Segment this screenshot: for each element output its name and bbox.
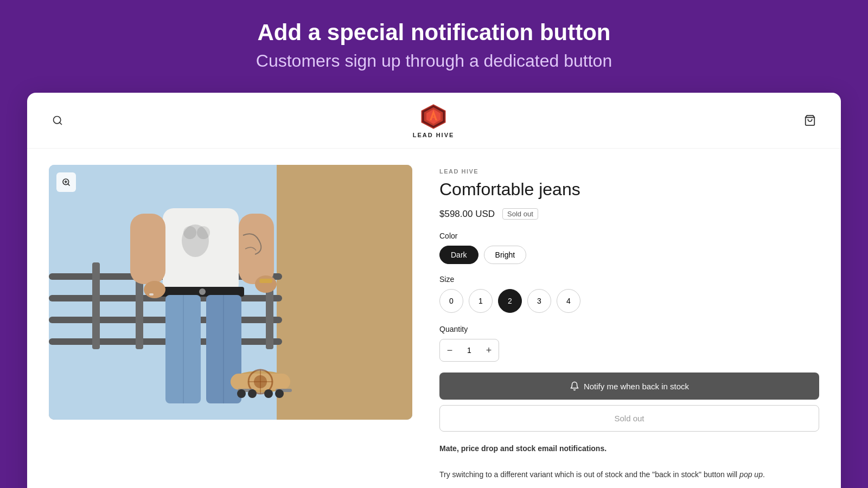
product-description: Mate, price drop and stock email notific… — [439, 442, 819, 488]
quantity-control: − 1 + — [439, 339, 499, 362]
search-icon — [52, 115, 63, 126]
size-2-button[interactable]: 2 — [498, 289, 522, 313]
svg-point-50 — [275, 389, 284, 398]
hero-subheadline: Customers sign up through a dedicated bu… — [11, 51, 857, 71]
svg-point-47 — [237, 389, 246, 398]
desc-line2: Try switching to a different variant whi… — [439, 470, 739, 479]
product-image-area — [49, 165, 412, 488]
product-image — [49, 165, 412, 420]
color-bright-button[interactable]: Bright — [484, 246, 527, 264]
size-options: 0 1 2 3 4 — [439, 289, 819, 313]
svg-point-26 — [197, 226, 210, 239]
header-left — [49, 112, 66, 129]
size-label: Size — [439, 275, 819, 284]
cart-icon — [804, 114, 816, 126]
bell-icon — [570, 381, 579, 391]
svg-point-35 — [144, 281, 165, 298]
svg-rect-37 — [259, 279, 272, 283]
notify-button[interactable]: Notify me when back in stock — [439, 373, 819, 400]
logo-icon — [419, 102, 448, 131]
zoom-icon — [62, 178, 71, 187]
quantity-value: 1 — [459, 346, 479, 355]
svg-line-1 — [60, 123, 62, 125]
product-price: $598.00 USD — [439, 209, 495, 220]
cart-button[interactable] — [801, 111, 819, 130]
product-vendor: LEAD HIVE — [439, 168, 819, 175]
svg-rect-38 — [149, 293, 154, 296]
desc-bold: Mate, price drop and stock email notific… — [439, 444, 607, 453]
hero-headline: Add a special notification button — [11, 20, 857, 46]
desc-line2-end: . — [763, 470, 765, 479]
size-0-button[interactable]: 0 — [439, 289, 463, 313]
quantity-label: Quantity — [439, 325, 819, 333]
size-4-button[interactable]: 4 — [557, 289, 580, 313]
svg-point-25 — [183, 226, 196, 239]
store-header: LEAD HIVE — [27, 93, 841, 149]
color-dark-button[interactable]: Dark — [439, 246, 478, 264]
store-content: LEAD HIVE Comfortable jeans $598.00 USD … — [27, 149, 841, 488]
notify-button-label: Notify me when back in stock — [584, 382, 689, 391]
store-frame: LEAD HIVE — [27, 93, 841, 488]
svg-rect-33 — [130, 214, 165, 284]
color-label: Color — [439, 232, 819, 240]
hero-section: Add a special notification button Custom… — [0, 0, 868, 93]
svg-point-48 — [248, 389, 257, 398]
search-button[interactable] — [49, 112, 66, 129]
svg-point-49 — [264, 389, 273, 398]
desc-italic: pop up — [739, 470, 763, 479]
header-right — [801, 111, 819, 130]
svg-point-28 — [199, 288, 206, 295]
svg-point-36 — [255, 275, 277, 293]
svg-rect-34 — [239, 214, 274, 284]
store-logo: LEAD HIVE — [413, 102, 455, 138]
store-name: LEAD HIVE — [413, 132, 455, 138]
svg-rect-18 — [92, 262, 100, 349]
color-options: Dark Bright — [439, 246, 819, 264]
sold-out-badge: Sold out — [502, 208, 538, 220]
product-title: Comfortable jeans — [439, 179, 819, 200]
zoom-button[interactable] — [56, 172, 76, 192]
size-1-button[interactable]: 1 — [469, 289, 493, 313]
quantity-increase-button[interactable]: + — [479, 339, 499, 361]
price-row: $598.00 USD Sold out — [439, 208, 819, 220]
svg-line-8 — [68, 184, 69, 185]
quantity-decrease-button[interactable]: − — [440, 339, 459, 361]
product-scene-svg — [49, 165, 412, 420]
svg-rect-13 — [277, 165, 412, 420]
product-details: LEAD HIVE Comfortable jeans $598.00 USD … — [439, 165, 819, 488]
sold-out-button: Sold out — [439, 405, 819, 432]
size-3-button[interactable]: 3 — [527, 289, 551, 313]
